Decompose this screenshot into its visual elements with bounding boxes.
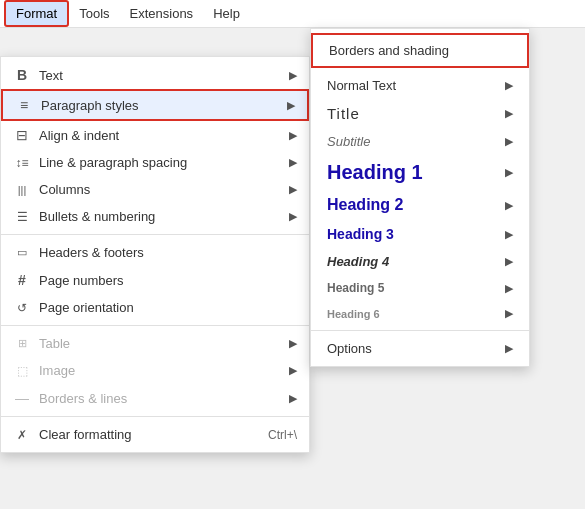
paragraph-arrow-icon: ▶: [287, 99, 295, 112]
submenu-item-heading-4[interactable]: Heading 4 ▶: [311, 248, 529, 275]
submenu-item-heading-1[interactable]: Heading 1 ▶: [311, 155, 529, 190]
normal-text-label: Normal Text: [327, 78, 505, 93]
subtitle-label: Subtitle: [327, 134, 505, 149]
columns-arrow-icon: ▶: [289, 183, 297, 196]
align-icon: ⊟: [11, 127, 33, 143]
menu-item-text-label: Text: [39, 68, 289, 83]
menubar-format[interactable]: Format: [4, 0, 69, 27]
paragraph-icon: ≡: [13, 97, 35, 113]
heading-3-label: Heading 3: [327, 226, 505, 242]
menu-item-page-orientation[interactable]: ↺ Page orientation: [1, 294, 309, 321]
menu-item-orientation-label: Page orientation: [39, 300, 297, 315]
heading-6-arrow: ▶: [505, 307, 513, 320]
menu-item-image-label: Image: [39, 363, 289, 378]
submenu-item-options[interactable]: Options ▶: [311, 335, 529, 362]
submenu-item-heading-6[interactable]: Heading 6 ▶: [311, 301, 529, 326]
columns-icon: |||: [11, 184, 33, 196]
menu-item-clear-formatting[interactable]: ✗ Clear formatting Ctrl+\: [1, 421, 309, 448]
options-label: Options: [327, 341, 505, 356]
menubar-tools-label: Tools: [79, 6, 109, 21]
menu-item-borders-lines: — Borders & lines ▶: [1, 384, 309, 412]
menubar-help-label: Help: [213, 6, 240, 21]
subtitle-arrow: ▶: [505, 135, 513, 148]
heading-3-arrow: ▶: [505, 228, 513, 241]
borders-lines-icon: —: [11, 390, 33, 406]
heading-5-arrow: ▶: [505, 282, 513, 295]
orientation-icon: ↺: [11, 301, 33, 315]
menu-item-borders-lines-label: Borders & lines: [39, 391, 289, 406]
submenu-item-subtitle[interactable]: Subtitle ▶: [311, 128, 529, 155]
menu-item-bullets-label: Bullets & numbering: [39, 209, 289, 224]
menu-item-page-numbers-label: Page numbers: [39, 273, 297, 288]
menu-item-text[interactable]: B Text ▶: [1, 61, 309, 89]
table-arrow-icon: ▶: [289, 337, 297, 350]
spacing-icon: ↕≡: [11, 156, 33, 170]
submenu-item-normal-text[interactable]: Normal Text ▶: [311, 72, 529, 99]
menu-item-paragraph-styles[interactable]: ≡ Paragraph styles ▶: [1, 89, 309, 121]
menu-item-table: ⊞ Table ▶: [1, 330, 309, 357]
heading-2-arrow: ▶: [505, 199, 513, 212]
paragraph-styles-submenu: Borders and shading Normal Text ▶ Title …: [310, 28, 530, 367]
menu-item-bullets[interactable]: ☰ Bullets & numbering ▶: [1, 203, 309, 230]
menu-item-columns[interactable]: ||| Columns ▶: [1, 176, 309, 203]
submenu-item-title[interactable]: Title ▶: [311, 99, 529, 128]
submenu-item-heading-3[interactable]: Heading 3 ▶: [311, 220, 529, 248]
clear-formatting-icon: ✗: [11, 428, 33, 442]
bullets-icon: ☰: [11, 210, 33, 224]
text-arrow-icon: ▶: [289, 69, 297, 82]
submenu-borders-label: Borders and shading: [329, 43, 449, 58]
clear-formatting-shortcut: Ctrl+\: [268, 428, 297, 442]
menu-item-align-indent[interactable]: ⊟ Align & indent ▶: [1, 121, 309, 149]
heading-5-label: Heading 5: [327, 281, 505, 295]
submenu-separator: [311, 330, 529, 331]
page-numbers-icon: #: [11, 272, 33, 288]
bullets-arrow-icon: ▶: [289, 210, 297, 223]
heading-1-arrow: ▶: [505, 166, 513, 179]
spacing-arrow-icon: ▶: [289, 156, 297, 169]
separator-2: [1, 325, 309, 326]
heading-6-label: Heading 6: [327, 308, 505, 320]
heading-4-label: Heading 4: [327, 254, 505, 269]
menubar-extensions[interactable]: Extensions: [120, 2, 204, 25]
menubar: Format Tools Extensions Help: [0, 0, 585, 28]
separator-3: [1, 416, 309, 417]
menu-item-align-label: Align & indent: [39, 128, 289, 143]
image-icon: ⬚: [11, 364, 33, 378]
submenu-borders-header[interactable]: Borders and shading: [311, 33, 529, 68]
submenu-item-heading-5[interactable]: Heading 5 ▶: [311, 275, 529, 301]
options-arrow: ▶: [505, 342, 513, 355]
separator-1: [1, 234, 309, 235]
heading-2-label: Heading 2: [327, 196, 505, 214]
borders-lines-arrow-icon: ▶: [289, 392, 297, 405]
menu-item-image: ⬚ Image ▶: [1, 357, 309, 384]
menubar-extensions-label: Extensions: [130, 6, 194, 21]
menu-item-headers-label: Headers & footers: [39, 245, 297, 260]
menu-item-spacing-label: Line & paragraph spacing: [39, 155, 289, 170]
menu-item-page-numbers[interactable]: # Page numbers: [1, 266, 309, 294]
submenu-item-heading-2[interactable]: Heading 2 ▶: [311, 190, 529, 220]
table-icon: ⊞: [11, 337, 33, 350]
image-arrow-icon: ▶: [289, 364, 297, 377]
title-label: Title: [327, 105, 505, 122]
menu-item-table-label: Table: [39, 336, 289, 351]
heading-4-arrow: ▶: [505, 255, 513, 268]
menu-item-headers-footers[interactable]: ▭ Headers & footers: [1, 239, 309, 266]
menubar-tools[interactable]: Tools: [69, 2, 119, 25]
menu-item-paragraph-styles-label: Paragraph styles: [41, 98, 287, 113]
text-bold-icon: B: [11, 67, 33, 83]
headers-icon: ▭: [11, 246, 33, 259]
menu-item-clear-formatting-label: Clear formatting: [39, 427, 268, 442]
menubar-help[interactable]: Help: [203, 2, 250, 25]
align-arrow-icon: ▶: [289, 129, 297, 142]
title-arrow: ▶: [505, 107, 513, 120]
heading-1-label: Heading 1: [327, 161, 505, 184]
menu-item-columns-label: Columns: [39, 182, 289, 197]
menubar-format-label: Format: [16, 6, 57, 21]
normal-text-arrow: ▶: [505, 79, 513, 92]
menu-item-line-spacing[interactable]: ↕≡ Line & paragraph spacing ▶: [1, 149, 309, 176]
format-dropdown: B Text ▶ ≡ Paragraph styles ▶ ⊟ Align & …: [0, 56, 310, 453]
